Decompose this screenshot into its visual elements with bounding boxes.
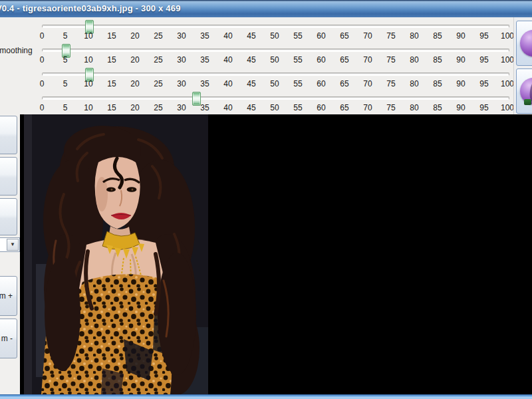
slider-row-1: 0510152025303540455055606570758085909510… <box>0 20 513 43</box>
right-toolbar <box>513 17 532 114</box>
tick-label: 15 <box>100 31 123 41</box>
tick-label: 75 <box>380 79 402 88</box>
tick-label: 30 <box>170 103 193 112</box>
window-title: V0.4 - tigresaoriente03ab9xh.jpg - 300 x… <box>0 3 181 13</box>
tick-label: 10 <box>77 55 100 65</box>
tick-label: 75 <box>380 31 402 41</box>
tick-label: 60 <box>310 79 332 88</box>
slider-row-3: 0510152025303540455055606570758085909510… <box>0 68 513 90</box>
tick-label: 10 <box>77 31 100 41</box>
photo-image <box>24 114 208 394</box>
tick-label: 50 <box>263 55 286 65</box>
tool-button-bottom[interactable] <box>516 68 532 114</box>
panel-button-1[interactable] <box>0 116 17 154</box>
tick-label: 95 <box>473 79 495 88</box>
tick-label: 15 <box>100 79 123 88</box>
tick-label: 30 <box>170 79 193 88</box>
tick-label: 65 <box>333 103 356 112</box>
tick-label: 85 <box>426 31 449 41</box>
zoom-in-label: m + <box>0 291 13 301</box>
app-window: V0.4 - tigresaoriente03ab9xh.jpg - 300 x… <box>0 0 532 399</box>
tick-label: 40 <box>217 79 239 88</box>
tick-label: 85 <box>426 55 449 65</box>
tick-label: 0 <box>31 55 53 65</box>
tick-label: 90 <box>450 79 472 88</box>
tick-label: 40 <box>217 55 239 65</box>
slider-label: s smoothing <box>0 46 33 55</box>
tick-label: 0 <box>31 103 53 112</box>
tick-label: 40 <box>217 31 239 41</box>
tick-label: 5 <box>54 55 76 65</box>
slider-track[interactable] <box>42 72 509 76</box>
slider-track[interactable] <box>42 25 509 28</box>
zoom-out-label: m - <box>1 334 13 343</box>
image-viewer <box>20 114 532 394</box>
dropdown[interactable]: ▼ <box>0 237 20 252</box>
tick-label: 70 <box>356 55 379 65</box>
tick-label: 45 <box>240 103 263 112</box>
left-panel: ▼ m + m - <box>0 114 20 394</box>
tick-label: 55 <box>287 79 309 88</box>
tick-label: 55 <box>287 31 309 41</box>
tick-label: 30 <box>170 31 193 41</box>
tick-label: 35 <box>194 55 216 65</box>
zoom-in-button[interactable]: m + <box>0 276 17 316</box>
tick-label: 50 <box>263 79 286 88</box>
slider-row-2: s smoothing05101520253035404550556065707… <box>0 44 513 66</box>
tick-label: 20 <box>124 103 146 112</box>
tick-label: 35 <box>194 79 216 88</box>
tool-button-top[interactable] <box>516 21 532 66</box>
tick-label: 60 <box>310 103 332 112</box>
slider-track[interactable] <box>42 96 509 100</box>
tick-label: 80 <box>403 31 426 41</box>
tick-label: 25 <box>147 79 170 88</box>
tick-label: 95 <box>473 103 495 112</box>
tick-label: 85 <box>426 79 449 88</box>
tick-label: 50 <box>263 103 286 112</box>
tick-label: 75 <box>380 55 402 65</box>
tick-label: 0 <box>31 79 53 88</box>
tick-label: 85 <box>426 103 449 112</box>
tick-label: 15 <box>100 55 123 65</box>
tick-label: 20 <box>124 55 146 65</box>
tick-label: 65 <box>333 55 356 65</box>
tick-label: 55 <box>287 55 309 65</box>
tick-label: 90 <box>450 55 472 65</box>
tick-label: 55 <box>287 103 309 112</box>
titlebar: V0.4 - tigresaoriente03ab9xh.jpg - 300 x… <box>0 0 532 17</box>
tick-label: 60 <box>310 55 332 65</box>
tick-label: 25 <box>147 55 170 65</box>
tick-label: 70 <box>356 31 379 41</box>
tick-label: 25 <box>147 31 170 41</box>
tick-label: 50 <box>263 31 286 41</box>
tick-label: 80 <box>403 103 426 112</box>
panel-button-3[interactable] <box>0 198 17 235</box>
tick-label: 90 <box>450 31 472 41</box>
tick-label: 5 <box>54 103 76 112</box>
tick-label: 70 <box>356 79 379 88</box>
tick-label: 65 <box>333 31 356 41</box>
tick-label: 15 <box>100 103 123 112</box>
tick-label: 5 <box>54 31 76 41</box>
tick-label: 35 <box>194 103 216 112</box>
tick-label: 20 <box>124 31 146 41</box>
tick-label: 75 <box>380 103 402 112</box>
tick-label: 35 <box>194 31 216 41</box>
tick-label: 40 <box>217 103 239 112</box>
slider-track[interactable] <box>42 49 509 52</box>
tick-label: 95 <box>473 31 495 41</box>
chevron-down-icon[interactable]: ▼ <box>7 239 19 251</box>
tick-label: 65 <box>333 79 356 88</box>
slider-row-4: 0510152025303540455055606570758085909510… <box>0 92 513 114</box>
panel-button-2[interactable] <box>0 157 17 196</box>
tick-label: 0 <box>31 31 53 41</box>
tick-label: 5 <box>54 79 76 88</box>
tick-label: 60 <box>310 31 332 41</box>
tick-label: 20 <box>124 79 146 88</box>
tick-label: 10 <box>77 103 100 112</box>
zoom-out-button[interactable]: m - <box>0 319 17 358</box>
tick-label: 95 <box>473 55 495 65</box>
tick-label: 45 <box>240 31 263 41</box>
bottom-window-edge <box>0 394 532 399</box>
tick-label: 10 <box>77 79 100 88</box>
